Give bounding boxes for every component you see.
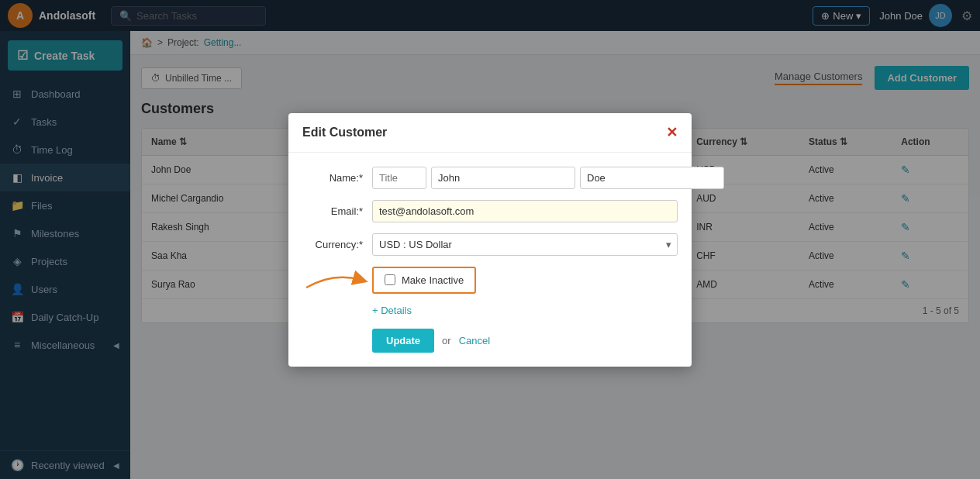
modal-title: Edit Customer	[302, 126, 387, 140]
email-label: Email:*	[302, 205, 372, 217]
make-inactive-label[interactable]: Make Inactive	[402, 274, 464, 286]
currency-select-wrap: USD : US Dollar AUD : Australian Dollar …	[372, 233, 678, 256]
close-icon[interactable]: ✕	[666, 124, 678, 141]
currency-row: Currency:* USD : US Dollar AUD : Austral…	[302, 233, 678, 256]
email-input[interactable]	[372, 200, 678, 222]
email-row: Email:*	[302, 200, 678, 222]
modal-overlay[interactable]: Edit Customer ✕ Name:* Email:*	[0, 0, 980, 479]
modal-body: Name:* Email:* Currency:* USD	[288, 153, 692, 367]
name-label: Name:*	[302, 172, 372, 184]
modal-header: Edit Customer ✕	[288, 113, 692, 153]
form-actions: Update or Cancel	[372, 329, 678, 353]
currency-label: Currency:*	[302, 239, 372, 250]
make-inactive-box: Make Inactive	[372, 267, 476, 294]
arrow-annotation	[302, 264, 368, 295]
name-row: Name:*	[302, 167, 678, 189]
lastname-input[interactable]	[580, 167, 724, 189]
title-input[interactable]	[372, 167, 426, 189]
make-inactive-row: Make Inactive	[302, 267, 678, 294]
details-link[interactable]: + Details	[372, 305, 678, 316]
edit-customer-modal: Edit Customer ✕ Name:* Email:*	[288, 113, 692, 367]
email-inputs	[372, 200, 678, 222]
or-text: or	[442, 335, 451, 346]
cancel-link[interactable]: Cancel	[459, 335, 490, 346]
update-button[interactable]: Update	[372, 329, 434, 353]
make-inactive-checkbox[interactable]	[385, 274, 395, 285]
firstname-input[interactable]	[431, 167, 575, 189]
currency-select[interactable]: USD : US Dollar AUD : Australian Dollar …	[372, 233, 678, 256]
name-inputs	[372, 167, 724, 189]
